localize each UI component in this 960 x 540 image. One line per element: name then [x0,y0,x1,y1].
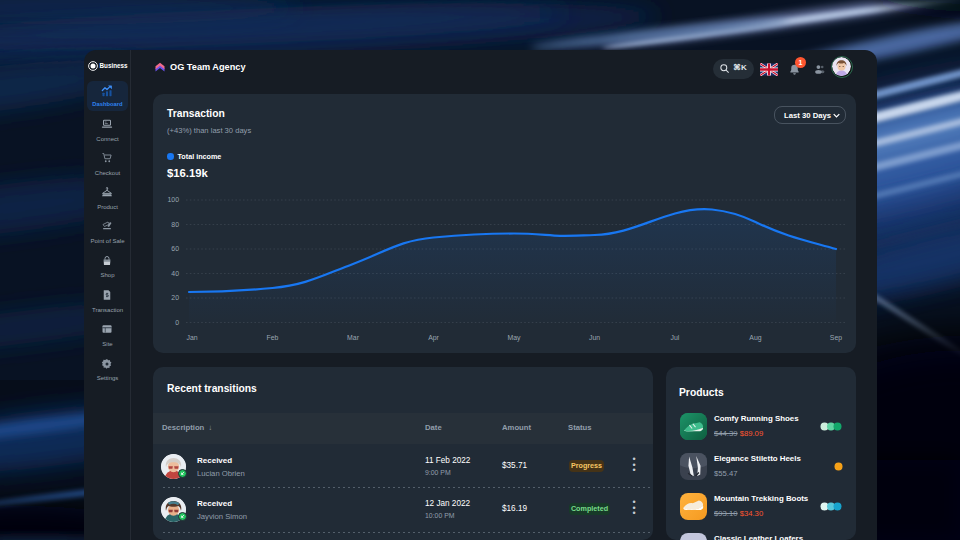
svg-text:May: May [507,334,521,342]
svg-text:60: 60 [171,245,179,252]
svg-text:40: 40 [171,270,179,277]
svg-text:Aug: Aug [749,334,761,342]
svg-text:100: 100 [168,196,180,203]
svg-text:Apr: Apr [428,334,439,342]
svg-text:Feb: Feb [267,334,279,341]
svg-text:0: 0 [175,319,179,326]
svg-text:80: 80 [171,221,179,228]
svg-text:Jan: Jan [186,334,197,341]
svg-text:Jun: Jun [589,334,600,341]
svg-text:Jul: Jul [671,334,680,341]
svg-text:20: 20 [171,294,179,301]
svg-text:Mar: Mar [347,334,360,341]
svg-text:Sep: Sep [830,334,842,342]
